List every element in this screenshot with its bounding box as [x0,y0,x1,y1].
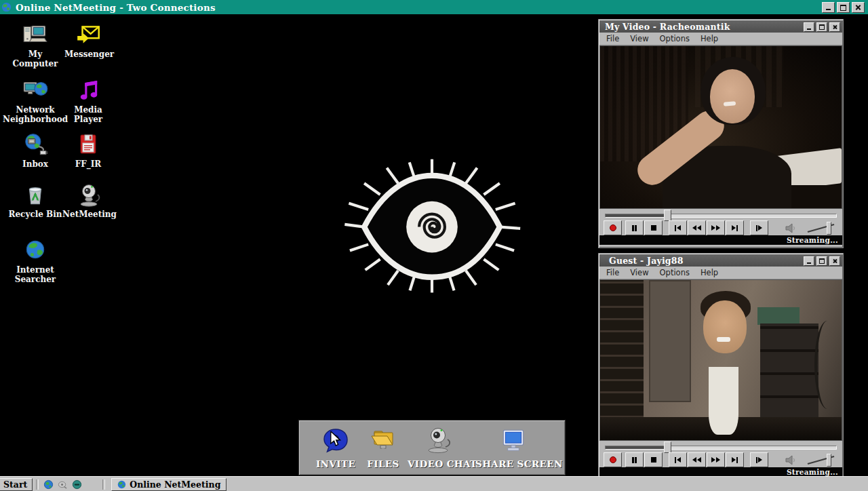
skip-forward-button[interactable] [726,220,744,235]
floppy-disk-icon [68,132,108,157]
files-label: FILES [364,458,402,469]
netmeeting-webcam-icon [62,182,117,208]
video-chat-label: VIDEO CHAT [408,458,470,469]
internet-globe-icon[interactable] [43,479,54,490]
muted-speaker-icon[interactable] [785,223,799,233]
step-forward-button[interactable] [750,220,768,235]
menu-file[interactable]: File [606,34,619,43]
guest-video-title: Guest - Jayig88 [609,256,684,266]
skip-back-button[interactable] [669,220,687,235]
menu-help[interactable]: Help [701,268,718,277]
start-button[interactable]: Start [0,478,33,491]
volume-slider[interactable] [806,221,837,235]
close-button[interactable] [852,2,865,13]
desktop-icon-netmeeting[interactable]: NetMeeting [62,182,117,219]
seek-thumb[interactable] [664,441,671,453]
desktop-icon-internet-searcher[interactable]: Internet Searcher [8,237,62,284]
icon-label: Network Neighborhood [0,105,71,124]
network-neighborhood-icon [0,77,71,103]
share-screen-button[interactable]: SHARE SCREEN [475,426,551,469]
menu-file[interactable]: File [606,268,619,277]
guest-video-window: Guest - Jayig88 File View Options Help [598,253,844,479]
menu-help[interactable]: Help [701,34,718,43]
fast-forward-button[interactable] [707,452,725,467]
icon-label: Recycle Bin [4,210,66,219]
volume-thumb[interactable] [827,222,831,235]
files-button[interactable]: FILES [364,426,402,469]
desktop-icon-media-player[interactable]: Media Player [66,77,110,124]
pause-button[interactable] [625,452,644,467]
volume-slider[interactable] [806,453,837,467]
skip-forward-button[interactable] [726,452,744,467]
close-button[interactable] [829,256,840,266]
streaming-status: Streaming... [787,236,838,244]
my-video-seekbar[interactable] [599,209,842,220]
guest-video-titlebar[interactable]: Guest - Jayig88 [599,254,842,267]
icon-label: My Computer [8,50,62,68]
maximize-icon [840,5,846,11]
muted-speaker-icon[interactable] [785,455,799,465]
close-button[interactable] [829,22,840,32]
record-button[interactable] [604,220,622,235]
menu-options[interactable]: Options [660,268,690,277]
stop-button[interactable] [644,452,663,467]
rewind-icon [692,457,696,463]
stop-icon [651,457,656,463]
desktop-icon-messenger[interactable]: Messenger [64,22,113,59]
files-folder-icon [364,426,402,454]
record-button[interactable] [604,452,622,467]
minimize-button[interactable] [822,2,835,13]
icon-label: Media Player [66,105,110,124]
skip-back-icon [675,225,676,231]
taskbar-separator [36,479,39,490]
fast-forward-icon [711,225,715,231]
stop-button[interactable] [644,220,663,235]
media-player-note-icon [66,77,110,103]
volume-thumb[interactable] [827,454,831,467]
smile-shape [717,337,730,342]
seek-thumb[interactable] [664,210,671,221]
streaming-status: Streaming... [787,468,838,476]
menu-view[interactable]: View [630,268,648,277]
share-screen-monitor-icon [475,426,551,454]
guest-video-menubar: File View Options Help [599,267,842,279]
seek-groove [605,446,837,450]
fast-forward-button[interactable] [707,220,725,235]
minimize-button[interactable] [804,256,814,266]
my-video-controls [804,22,840,32]
task-button-netmeeting[interactable]: Online NetMeeting [111,478,226,491]
my-video-window: My Video - Racheomantik File View Option… [598,19,844,248]
menu-view[interactable]: View [630,34,648,43]
rewind-icon [692,225,696,231]
messenger-envelope-icon [64,22,113,47]
volume-ramp-icon [806,453,837,467]
desktop-icon-recycle-bin[interactable]: Recycle Bin [4,182,66,219]
desktop-icon-ff-ir[interactable]: FF_IR [68,132,108,169]
pause-button[interactable] [625,220,644,235]
share-screen-label: SHARE SCREEN [475,458,551,469]
skip-back-button[interactable] [669,452,687,467]
video-chat-button[interactable]: VIDEO CHAT [408,426,470,469]
menu-options[interactable]: Options [660,34,690,43]
dark-globe-icon[interactable] [72,479,82,490]
rewind-button[interactable] [688,220,706,235]
globe-icon [117,480,126,489]
desktop-icon-inbox[interactable]: Inbox [11,132,60,169]
green-box-shape [757,307,800,325]
minimize-button[interactable] [804,22,814,32]
recycle-bin-icon [4,182,66,208]
main-window-titlebar[interactable]: Online NetMeeting - Two Connections [0,0,868,14]
maximize-button[interactable] [816,22,827,32]
desktop-icon-my-computer[interactable]: My Computer [8,22,62,68]
close-icon [855,5,861,11]
step-forward-button[interactable] [750,452,768,467]
desktop-icon-network-neighborhood[interactable]: Network Neighborhood [0,77,71,124]
maximize-button[interactable] [837,2,850,13]
guest-video-seekbar[interactable] [599,441,842,452]
satellite-dish-icon[interactable] [58,479,68,490]
icon-label: Inbox [11,159,60,169]
rewind-button[interactable] [688,452,706,467]
maximize-button[interactable] [816,256,827,266]
my-video-titlebar[interactable]: My Video - Racheomantik [599,20,842,33]
guest-video-transport [599,452,842,467]
